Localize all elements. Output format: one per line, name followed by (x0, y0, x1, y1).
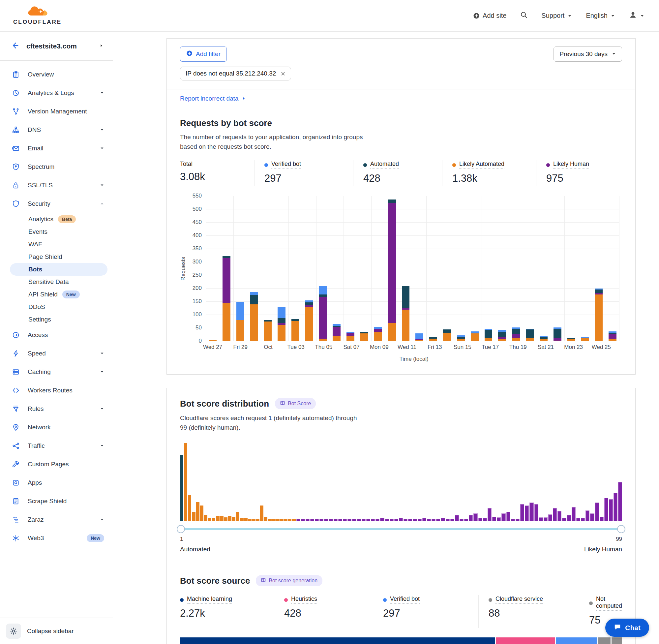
legend-dot (284, 598, 288, 602)
histogram-bar-score-22 (264, 517, 267, 521)
gear-icon[interactable] (6, 624, 21, 639)
legend-dot (452, 163, 456, 167)
chat-button[interactable]: Chat (605, 619, 649, 637)
add-filter-button[interactable]: Add filter (180, 46, 227, 62)
sidebar-item-zaraz[interactable]: Zaraz (0, 510, 113, 529)
stacked-bar-sat-30 (250, 292, 258, 341)
date-range-select[interactable]: Previous 30 days (554, 46, 622, 62)
filter-chip[interactable]: IP does not equal 35.212.240.32 (180, 67, 291, 80)
histogram-bar-score-71 (488, 508, 492, 521)
histogram-bar-score-30 (297, 519, 300, 521)
sidebar-item-security[interactable]: Security (0, 194, 113, 213)
histogram-bar-score-38 (334, 519, 337, 521)
stat-label[interactable]: Heuristics (291, 596, 317, 604)
stat-label[interactable]: Automated (370, 161, 399, 169)
sidebar-item-traffic[interactable]: Traffic (0, 437, 113, 455)
support-menu[interactable]: Support (541, 12, 572, 20)
slider-track[interactable] (180, 528, 622, 530)
collapse-sidebar-button[interactable]: Collapse sidebar (0, 618, 113, 644)
report-incorrect-data-link[interactable]: Report incorrect data (180, 95, 246, 102)
stat-total: Total3.08k (180, 160, 254, 186)
site-switcher-caret-icon[interactable] (99, 43, 103, 49)
sidebar-item-spectrum[interactable]: Spectrum (0, 158, 113, 176)
sidebar-item-waf[interactable]: WAF (10, 238, 108, 251)
histogram-bar-score-12 (224, 518, 228, 521)
histogram-bar-score-21 (260, 506, 263, 521)
sidebar-item-network[interactable]: Network (0, 418, 113, 437)
add-site-button[interactable]: Add site (473, 12, 507, 20)
sidebar-item-web3[interactable]: Web3New (0, 529, 113, 547)
sidebar-item-access[interactable]: Access (0, 326, 113, 344)
sidebar-item-caching[interactable]: Caching (0, 363, 113, 381)
histogram-bar-score-17 (244, 518, 248, 521)
sidebar-item-sensitive-data[interactable]: Sensitive Data (10, 276, 108, 288)
sidebar-item-overview[interactable]: Overview (0, 65, 113, 84)
language-menu[interactable]: English (586, 12, 615, 20)
chevron-up-icon (100, 200, 104, 207)
stat-label[interactable]: Likely Automated (459, 161, 504, 169)
site-name[interactable]: cftestsite3.com (26, 42, 93, 50)
cloudflare-logo[interactable]: CLOUDFLARE (13, 6, 62, 25)
stacked-bar-thu-05 (319, 286, 327, 341)
close-icon[interactable] (281, 71, 285, 76)
stat-label[interactable]: Not computed (596, 596, 622, 611)
histogram-bar-score-75 (507, 512, 510, 521)
stacked-bar-thu-28 (222, 256, 231, 341)
stat-value: 297 (383, 607, 478, 619)
stat-label[interactable]: Cloudflare service (495, 596, 543, 604)
chart-plot-area (206, 196, 619, 341)
sidebar-item-workers-routes[interactable]: Workers Routes (0, 381, 113, 400)
sidebar-item-ddos[interactable]: DDoS (10, 301, 108, 313)
sidebar-item-analytics[interactable]: AnalyticsBeta (10, 213, 108, 226)
histogram-bar-score-60 (436, 519, 440, 521)
histogram-bar-score-68 (473, 513, 477, 521)
sidebar-item-version-management[interactable]: Version Management (0, 102, 113, 121)
slider-max-value: 99 (616, 536, 622, 543)
account-menu[interactable] (629, 11, 644, 20)
histogram-bar-score-2 (184, 443, 187, 521)
score-range-slider[interactable] (180, 525, 622, 533)
histogram-bar-score-33 (310, 519, 314, 521)
sidebar-item-speed[interactable]: Speed (0, 344, 113, 363)
stat-label[interactable]: Likely Human (553, 161, 589, 169)
histogram-bar-score-37 (329, 519, 333, 521)
apps-icon (12, 479, 20, 486)
sidebar-item-ssl-tls[interactable]: SSL/TLS (0, 176, 113, 194)
histogram-bar-score-83 (544, 518, 547, 521)
chevron-down-icon (100, 442, 104, 450)
sidebar-item-bots[interactable]: Bots (10, 263, 108, 276)
sidebar-item-dns[interactable]: DNS (0, 121, 113, 139)
sidebar-item-apps[interactable]: Apps (0, 474, 113, 492)
overview-icon (12, 71, 20, 78)
histogram-bar-score-87 (562, 518, 566, 521)
plus-circle-icon (473, 13, 480, 19)
stat-label[interactable]: Machine learning (187, 596, 232, 604)
sidebar-item-page-shield[interactable]: Page Shield (10, 251, 108, 263)
sidebar-item-analytics-logs[interactable]: Analytics & Logs (0, 84, 113, 102)
sidebar-item-email[interactable]: Email (0, 139, 113, 158)
histogram-bar-score-72 (492, 517, 496, 521)
ssl-tls-icon (12, 182, 20, 189)
bot-score-badge[interactable]: Bot Score (275, 398, 316, 409)
spectrum-icon (12, 163, 20, 170)
stat-label[interactable]: Verified bot (390, 596, 420, 604)
slider-handle-min[interactable] (177, 525, 185, 533)
automated-label: Automated (180, 546, 210, 553)
histogram-bar-score-63 (450, 519, 454, 521)
sidebar-item-api-shield[interactable]: API ShieldNew (10, 288, 108, 301)
stat-value: 3.08k (180, 171, 254, 183)
stat-label[interactable]: Verified bot (271, 161, 301, 169)
histogram-bar-score-99 (618, 482, 622, 521)
sidebar-item-custom-pages[interactable]: Custom Pages (0, 455, 113, 474)
requests-chart: Requests 0501001502002503003504004505005… (180, 196, 622, 341)
sidebar-item-scrape-shield[interactable]: Scrape Shield (0, 492, 113, 510)
histogram-bar-score-23 (268, 519, 271, 521)
search-button[interactable] (520, 11, 527, 20)
slider-handle-max[interactable] (617, 525, 626, 533)
back-arrow-icon[interactable] (11, 41, 20, 51)
sidebar-item-settings[interactable]: Settings (10, 313, 108, 326)
histogram-bar-score-7 (204, 515, 207, 521)
bot-score-generation-badge[interactable]: Bot score generation (256, 575, 323, 586)
sidebar-item-events[interactable]: Events (10, 226, 108, 238)
sidebar-item-rules[interactable]: Rules (0, 400, 113, 418)
